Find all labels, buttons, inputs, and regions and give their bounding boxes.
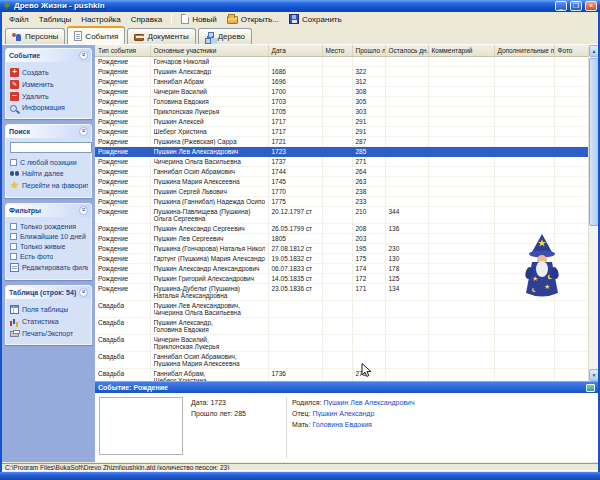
chevron-up-icon[interactable]: « <box>79 206 88 215</box>
checkbox[interactable] <box>10 253 17 260</box>
table-row[interactable]: СвадьбаЧичерин Василий,Приклонская Лукер… <box>95 334 589 351</box>
sidebar-item[interactable]: Поля таблицы <box>10 305 88 314</box>
table-row[interactable]: РождениеГаннибал Абрам1696312 <box>95 76 589 86</box>
table-row[interactable]: СвадьбаПушкин Лев Александрович,Чичерина… <box>95 300 589 317</box>
sidebar-item[interactable]: Найти далее <box>10 169 88 178</box>
checkbox-item[interactable]: Только живые <box>10 243 88 250</box>
table-row[interactable]: РождениеПриклонская Лукерья1705303 <box>95 106 589 116</box>
column-header-6[interactable]: Комментарий <box>428 45 494 56</box>
vertical-scrollbar[interactable]: ▲ ▼ <box>588 45 598 381</box>
table-row[interactable]: РождениеПушкина Мария Алексеевна1745263 <box>95 176 589 186</box>
sidebar-item[interactable]: Изменить <box>10 80 88 89</box>
column-header-1[interactable]: Основные участники <box>150 45 268 56</box>
table-row[interactable]: РождениеПушкина-Дубельт (Пушкина) Наталь… <box>95 283 589 300</box>
save-button[interactable]: Сохранить <box>284 13 347 25</box>
chevron-up-icon[interactable]: « <box>79 288 88 297</box>
checkbox-item[interactable]: Только рождения <box>10 223 88 230</box>
table-row[interactable]: РождениеПушкин Сергей Львович1770238 <box>95 186 589 196</box>
table-row[interactable]: РождениеШеберг Христина1717291 <box>95 126 589 136</box>
table-row[interactable]: РождениеГартунг (Пушкина) Мария Александ… <box>95 253 589 263</box>
chevron-up-icon[interactable]: « <box>79 127 88 136</box>
close-button[interactable]: × <box>585 1 597 11</box>
panel-header-event[interactable]: Событие« <box>6 49 91 62</box>
table-row[interactable]: СвадьбаГаннибал Осип Абрамович,Пушкина М… <box>95 351 589 368</box>
checkbox-item[interactable]: Есть фото <box>10 253 88 260</box>
table-row[interactable]: РождениеПушкин Александр1686322 <box>95 66 589 76</box>
sidebar-item[interactable]: Редактировать фильтры <box>10 263 88 272</box>
table-row[interactable]: РождениеПушкина (Ржевская) Сарра1721287 <box>95 136 589 146</box>
column-header-5[interactable]: Осталось дн... <box>385 45 428 56</box>
checkbox-item[interactable]: С любой позиции <box>10 159 88 166</box>
scroll-up-icon[interactable]: ▲ <box>589 45 598 57</box>
panel-header-search[interactable]: Поиск« <box>6 125 91 138</box>
sidebar-item[interactable]: Печать/Экспорт <box>10 329 88 337</box>
table-row[interactable]: РождениеГаннибал Осип Абрамович1744264 <box>95 166 589 176</box>
cell-place <box>322 351 352 368</box>
checkbox[interactable] <box>10 243 17 250</box>
table-row[interactable]: РождениеПушкина (Гончарова) Наталья Нико… <box>95 243 589 253</box>
table-row[interactable]: РождениеПушкин Лев Сергеевич1805203 <box>95 233 589 243</box>
column-header-8[interactable]: Фото <box>554 45 589 56</box>
tab-note[interactable]: События <box>67 26 125 44</box>
table-row[interactable]: РождениеПушкин Лев Александрович1723285 <box>95 146 589 156</box>
open-folder-icon <box>227 16 238 24</box>
minimize-button[interactable]: _ <box>555 1 567 11</box>
checkbox[interactable] <box>10 233 17 240</box>
sidebar-item[interactable]: Создать <box>10 68 88 77</box>
menu-item-2[interactable]: Настройка <box>76 14 125 25</box>
chevron-up-icon[interactable]: « <box>79 51 88 60</box>
cell-comment <box>428 136 494 146</box>
cell-photo <box>554 300 589 317</box>
table-row[interactable]: РождениеПушкин Александр Сергеевич26.05.… <box>95 223 589 233</box>
panel-header-filters[interactable]: Фильтры« <box>6 204 91 217</box>
cell-comment <box>428 223 494 233</box>
tab-people[interactable]: Персоны <box>5 28 65 44</box>
detail-divider <box>286 397 287 458</box>
detail-panel-header[interactable]: Событие: Рождение <box>95 382 598 393</box>
menu-item-3[interactable]: Справка <box>126 14 167 25</box>
checkbox[interactable] <box>10 223 17 230</box>
sidebar-item[interactable]: Перейти на фаворита <box>10 181 88 190</box>
checkbox-item[interactable]: Ближайшие 10 дней <box>10 233 88 240</box>
table-row[interactable]: РождениеГончаров Николай <box>95 56 589 66</box>
new-button[interactable]: Новый <box>176 13 222 25</box>
open-button[interactable]: Открыть... <box>222 13 284 25</box>
menu-item-0[interactable]: Файл <box>4 14 34 25</box>
person-link[interactable]: Пушкин Лев Александрович <box>323 399 414 406</box>
windows-taskbar[interactable] <box>0 472 600 480</box>
column-header-2[interactable]: Дата <box>268 45 322 56</box>
participant-line: Пушкин Александр Сергеевич <box>154 225 265 232</box>
table-row[interactable]: РождениеПушкина-Павлищева (Пушкина) Ольг… <box>95 206 589 223</box>
checkbox[interactable] <box>10 159 17 166</box>
table-row[interactable]: РождениеПушкин Григорий Александрович14.… <box>95 273 589 283</box>
table-row[interactable]: РождениеПушкина (Ганнибал) Надежда Осипо… <box>95 196 589 206</box>
sidebar-item[interactable]: Информация <box>10 104 88 111</box>
table-row[interactable]: РождениеЧичерин Василий1700308 <box>95 86 589 96</box>
column-header-7[interactable]: Дополнительные поля <box>494 45 554 56</box>
sidebar-item[interactable]: Удалить <box>10 92 88 101</box>
table-row[interactable]: СвадьбаПушкин Александр,Головина Евдокия <box>95 317 589 334</box>
table-row[interactable]: СвадьбаГаннибал Абрам,Шеберг Христина173… <box>95 368 589 381</box>
column-header-3[interactable]: Место <box>322 45 352 56</box>
table-row[interactable]: РождениеЧичерина Ольга Васильевна1737271 <box>95 156 589 166</box>
scrollbar-thumb[interactable] <box>589 58 598 226</box>
table-row[interactable]: РождениеПушкин Алексей1717291 <box>95 116 589 126</box>
cell-extra-fields <box>494 76 554 86</box>
restore-button[interactable]: ❐ <box>570 1 582 11</box>
detail-header-label: Событие: Рождение <box>98 384 168 391</box>
person-link[interactable]: Головина Евдокия <box>312 421 372 428</box>
table-row[interactable]: РождениеГоловина Евдокия1703305 <box>95 96 589 106</box>
scroll-down-icon[interactable]: ▼ <box>589 369 598 381</box>
search-input[interactable] <box>10 142 92 153</box>
panel-collapse-icon[interactable] <box>586 384 595 392</box>
menu-item-1[interactable]: Таблицы <box>34 14 77 25</box>
tab-tree[interactable]: Дерево <box>198 28 252 44</box>
title-bar[interactable]: Древо Жизни - pushkin _ ❐ × <box>0 0 600 12</box>
tab-book[interactable]: Документы <box>127 28 195 44</box>
column-header-4[interactable]: Прошло лет <box>352 45 385 56</box>
person-link[interactable]: Пушкин Александр <box>312 410 374 417</box>
sidebar-item[interactable]: Статистика <box>10 317 88 326</box>
column-header-0[interactable]: Тип события <box>95 45 150 56</box>
panel-header-table[interactable]: Таблица (строк: 54)« <box>6 286 91 299</box>
table-row[interactable]: РождениеПушкин Александр Александрович06… <box>95 263 589 273</box>
